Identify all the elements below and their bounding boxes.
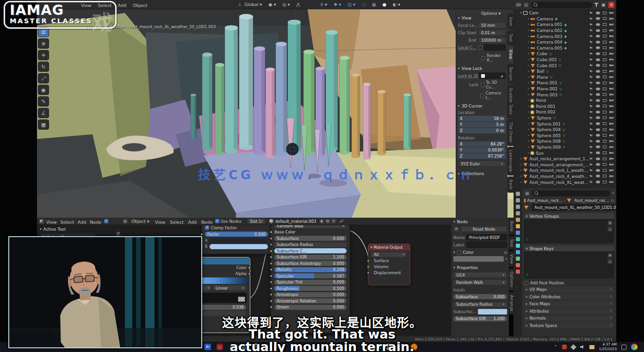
node-input-row[interactable]: Subsurface C... [271, 248, 350, 254]
mix-a-color[interactable] [209, 238, 268, 243]
local-camera-checkbox[interactable] [478, 45, 483, 50]
outliner-item[interactable]: • Asst_mount_arrangement_1_vege [514, 162, 616, 168]
cursor-y-field[interactable]: Y5 m [458, 122, 506, 127]
restriction-toggles[interactable] [590, 128, 616, 132]
slot-dropdown[interactable]: Slot 1▾ [247, 218, 266, 224]
shader-type-dropdown[interactable]: Object ▾ [128, 219, 153, 224]
properties-tab-icon[interactable] [516, 218, 520, 222]
proportional-edit-icon[interactable]: ◎ ▾ [279, 2, 293, 7]
collapsed-panel-header[interactable]: Face Maps [524, 301, 614, 307]
use-nodes-checkbox[interactable] [104, 219, 108, 223]
color-output-socket[interactable] [248, 266, 251, 269]
vertex-groups-list[interactable]: +⌄ ⠿ [524, 219, 614, 243]
alpha-output-socket[interactable] [248, 272, 251, 275]
sidebar-tab[interactable]: Item [508, 14, 514, 30]
terrain-cylinder[interactable] [191, 94, 196, 140]
shading-solid-icon[interactable]: ◍ [369, 2, 379, 7]
sidebar-tab[interactable]: Arrange [509, 292, 514, 314]
outliner-item[interactable]: • Camera.005 [514, 45, 616, 51]
node-input-row[interactable]: Specular0.587 [271, 273, 350, 279]
breadcrumb-data[interactable]: Asst_mount_roc... [574, 198, 609, 203]
terrain-cylinder[interactable] [254, 46, 265, 155]
cursor-rx-field[interactable]: X84.28° [458, 141, 506, 147]
restriction-toggles[interactable] [590, 82, 616, 85]
cursor-x-field[interactable]: X18 m [458, 116, 506, 121]
presets-icon[interactable]: ☰ [504, 251, 507, 255]
teams-icon[interactable] [399, 344, 405, 350]
cursor-z-field[interactable]: Z0 m [458, 128, 506, 133]
sidebar-tab[interactable]: Landscape [508, 147, 514, 175]
steam-icon[interactable]: − [229, 344, 235, 350]
restriction-toggles[interactable] [590, 169, 616, 172]
editor-type-icon[interactable]: ☰▾ [515, 2, 521, 8]
collapsed-panel-header[interactable]: Color Attributes [524, 294, 614, 300]
tool-add-cube[interactable]: ▦ [38, 119, 49, 130]
outliner-item[interactable]: • Camera.001 [514, 22, 616, 28]
sidebar-tab[interactable]: Node [509, 218, 514, 235]
restriction-toggles[interactable] [590, 163, 616, 166]
remove-button[interactable]: ⌄ [607, 259, 613, 264]
mesh-datablock-field[interactable]: Asst_mount_rock_XL_weather_50_LOD1.004 [532, 204, 616, 211]
terrain-cylinder[interactable] [239, 14, 253, 150]
outliner-item[interactable]: • Plane [514, 75, 616, 81]
menu-item[interactable]: View [153, 220, 168, 225]
gizmo-toggle-icon[interactable]: ⟐ ▾ [317, 2, 330, 7]
menu-item[interactable]: Add [115, 3, 130, 8]
terrain-cylinder[interactable] [276, 42, 287, 156]
menu-item[interactable]: View [44, 220, 59, 225]
fake-user-shield-icon[interactable]: ◈ [319, 218, 325, 224]
material-name[interactable]: default_material.003 [275, 219, 316, 224]
tool-transform[interactable]: ◉ [38, 85, 49, 95]
node-input-row[interactable]: Subsurface Anisotropy0.000 [271, 260, 350, 267]
restriction-toggles[interactable] [590, 70, 616, 73]
properties-tab-icon[interactable] [516, 263, 520, 267]
orientation-dropdown[interactable]: Global ▾ [241, 2, 265, 7]
node-input-row[interactable]: Base Color [271, 229, 350, 236]
distribution-dropdown[interactable]: GGX▾ [453, 272, 507, 278]
lock-3d-cursor-checkbox[interactable] [481, 83, 485, 87]
menu-item[interactable]: Select [59, 220, 76, 225]
tool-scale[interactable]: ⤢ [38, 73, 49, 83]
sidebar-tab[interactable]: Tool [508, 31, 514, 45]
restriction-toggles[interactable] [590, 93, 616, 96]
properties-tab-icon[interactable] [516, 257, 520, 261]
red-close-button[interactable]: ✕ [608, 2, 614, 8]
refresh-icon[interactable]: ⟳ [453, 226, 459, 232]
node-input-row[interactable]: Sheen0.000 [271, 304, 350, 311]
camera-to-view-checkbox[interactable] [480, 94, 484, 98]
properties-tab-icon[interactable] [516, 205, 520, 209]
editor-type-icon[interactable]: ◩ [38, 218, 44, 224]
outliner-item[interactable]: • Plane.002 [514, 86, 616, 92]
lock-object-field[interactable]: ◢ [478, 73, 506, 79]
notification-center-icon[interactable] [621, 345, 626, 350]
overlays-toggle-icon[interactable]: ❖ ▾ [330, 2, 344, 7]
restriction-toggles[interactable] [590, 88, 616, 91]
restriction-toggles[interactable] [590, 140, 616, 143]
render-region-checkbox[interactable] [482, 56, 485, 60]
restriction-toggles[interactable] [590, 41, 616, 44]
outliner-item[interactable]: • Camera.004 [514, 39, 616, 45]
clip-start-field[interactable]: 0.01 m [478, 30, 506, 36]
display-mode-icon[interactable]: ◫ [523, 2, 529, 8]
sidebar-tab[interactable]: View [508, 46, 514, 63]
terrain-cylinder[interactable] [340, 56, 350, 155]
restriction-toggles[interactable] [590, 105, 616, 108]
tool-move[interactable]: ✛ [38, 50, 49, 60]
outliner-item[interactable]: • Cube.003 [514, 63, 616, 69]
restriction-toggles[interactable] [590, 134, 616, 137]
clip-end-field[interactable]: 100000 m [478, 37, 506, 43]
add-button[interactable]: + [607, 220, 613, 226]
terrain-cylinder[interactable] [352, 73, 360, 158]
mix-b-color[interactable] [210, 244, 268, 249]
copy-material-button[interactable]: ⧉ [325, 218, 331, 224]
shape-keys-list[interactable]: +⌄ ⠿ [524, 251, 614, 278]
properties-tab-icon[interactable] [516, 198, 520, 202]
restriction-toggles[interactable] [590, 23, 616, 26]
tool-measure[interactable]: ∠ [38, 108, 49, 118]
node-input-row[interactable]: Metallic0.208 [271, 267, 350, 273]
filter-icon[interactable] [594, 3, 599, 7]
outliner-item[interactable]: • Sphere.008 [514, 138, 616, 145]
node-name-field[interactable]: Principled BSDF [466, 234, 507, 240]
acrobat-icon[interactable]: ○ [217, 344, 223, 350]
outliner-item[interactable]: • Sphere.005 [514, 132, 616, 138]
